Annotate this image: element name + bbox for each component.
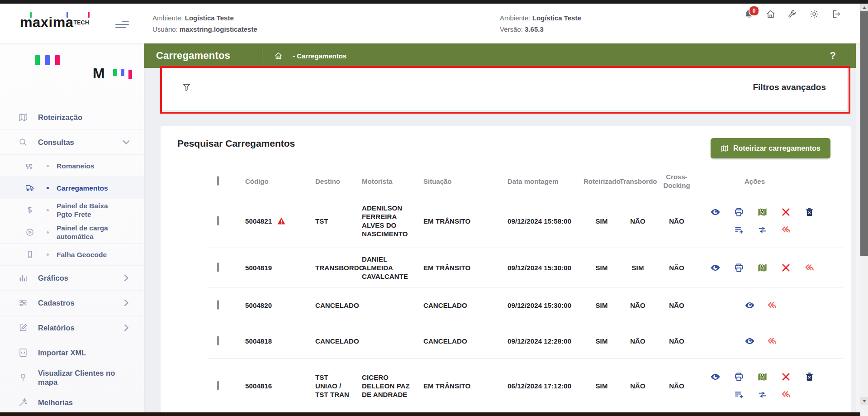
settings-gear-icon[interactable] bbox=[809, 9, 819, 19]
row-checkbox[interactable] bbox=[217, 300, 219, 310]
menu-toggle-icon[interactable] bbox=[115, 21, 129, 29]
help-button[interactable]: ? bbox=[830, 50, 836, 62]
logo-text: maxima bbox=[20, 14, 73, 30]
trash-icon[interactable] bbox=[804, 372, 815, 382]
sidebar-item-roteirizacao[interactable]: Roteirização bbox=[0, 105, 144, 130]
sidebar-item-graficos[interactable]: Gráficos bbox=[0, 266, 144, 291]
chevron-right-icon bbox=[121, 298, 131, 308]
sidebar-item-cadastros[interactable]: Cadastros bbox=[0, 291, 144, 316]
breadcrumb[interactable]: - Carregamentos bbox=[293, 52, 346, 60]
chevron-down-icon bbox=[121, 137, 131, 147]
undo-icon[interactable] bbox=[781, 389, 791, 400]
roteirizado-cell: SIM bbox=[583, 337, 620, 345]
route-loads-button[interactable]: Roteirizar carregamentos bbox=[711, 138, 830, 158]
sidebar-item-romaneios[interactable]: Romaneios bbox=[0, 155, 144, 177]
acoes-cell bbox=[697, 336, 844, 346]
print-icon[interactable] bbox=[734, 372, 744, 382]
cancel-icon[interactable] bbox=[781, 372, 791, 382]
column-header-transbordo[interactable]: Transbordo bbox=[620, 177, 656, 186]
scroll-up-button[interactable] bbox=[860, 4, 868, 11]
sidebar-item-melhorias[interactable]: Melhorias bbox=[0, 390, 144, 412]
route-map-icon[interactable] bbox=[757, 372, 768, 382]
route-loads-button-label: Roteirizar carregamentos bbox=[733, 144, 821, 153]
column-header-cross-docking[interactable]: Cross-Docking bbox=[656, 172, 697, 190]
column-header-acoes[interactable]: Ações bbox=[697, 177, 844, 186]
edit-icon bbox=[18, 323, 28, 333]
column-header-motorista[interactable]: Motorista bbox=[352, 177, 413, 186]
select-all-checkbox[interactable] bbox=[217, 176, 219, 186]
print-icon[interactable] bbox=[734, 263, 744, 273]
route-map-icon[interactable] bbox=[757, 263, 768, 273]
undo-icon[interactable] bbox=[767, 300, 777, 311]
destino-cell: CANCELADO bbox=[305, 337, 352, 345]
row-checkbox[interactable] bbox=[217, 381, 219, 390]
advanced-filters-link[interactable]: Filtros avançados bbox=[753, 82, 826, 92]
row-checkbox[interactable] bbox=[217, 336, 219, 345]
sidebar-item-importar-xml[interactable]: Importar XML bbox=[0, 340, 144, 365]
pin-icon bbox=[18, 373, 28, 383]
logo-sub-text: TECH bbox=[73, 19, 89, 26]
view-icon[interactable] bbox=[745, 300, 755, 311]
column-header-roteirizado[interactable]: Roteirizado bbox=[583, 177, 620, 186]
home-icon[interactable] bbox=[766, 9, 776, 19]
notifications-bell-icon[interactable]: 0 bbox=[744, 9, 754, 19]
acoes-cell bbox=[697, 263, 844, 273]
cancel-icon[interactable] bbox=[781, 263, 791, 273]
sidebar-item-label: Painel de Baixa Pgto Frete bbox=[57, 201, 124, 219]
trash-icon[interactable] bbox=[804, 207, 815, 217]
codigo-value: 5004821 bbox=[245, 217, 272, 225]
motorista-cell: DANIEL ALMEIDA CAVALCANTE bbox=[352, 255, 413, 281]
print-icon[interactable] bbox=[734, 207, 744, 217]
codigo-value: 5004816 bbox=[245, 382, 272, 390]
logout-icon[interactable] bbox=[831, 9, 841, 19]
page-title: Carregamentos bbox=[156, 50, 230, 62]
undo-icon[interactable] bbox=[804, 263, 815, 273]
row-checkbox[interactable] bbox=[217, 216, 219, 225]
route-map-icon[interactable] bbox=[757, 207, 768, 217]
data-montagem-cell: 09/12/2024 12:28:00 bbox=[498, 337, 583, 345]
tools-wrench-icon[interactable] bbox=[787, 9, 797, 19]
sidebar-item-consultas[interactable]: Consultas bbox=[0, 130, 144, 155]
vertical-scrollbar[interactable] bbox=[860, 4, 868, 412]
actions-line-1 bbox=[697, 207, 844, 217]
column-header-data-montagem[interactable]: Data montagem bbox=[498, 177, 583, 186]
view-icon[interactable] bbox=[710, 207, 721, 217]
transbordo-cell: NÃO bbox=[620, 217, 656, 225]
scroll-down-button[interactable] bbox=[860, 397, 868, 405]
row-checkbox[interactable] bbox=[217, 263, 219, 272]
destino-cell: TST UNIAO / TST TRAN bbox=[305, 373, 352, 399]
undo-icon[interactable] bbox=[781, 225, 791, 235]
sidebar-item-painel-de-baixa-pgto-frete[interactable]: Painel de Baixa Pgto Frete bbox=[0, 199, 144, 221]
sidebar-item-relatorios[interactable]: Relatórios bbox=[0, 316, 144, 340]
transbordo-cell: NÃO bbox=[620, 337, 656, 345]
sidebar-item-label: Falha Geocode bbox=[57, 250, 107, 259]
breadcrumb-home-icon[interactable] bbox=[274, 52, 283, 60]
table-row: 5004820CANCELADOCANCELADO09/12/2024 15:3… bbox=[208, 287, 844, 323]
sidebar-item-label: Roteirização bbox=[38, 113, 82, 122]
sidebar-item-painel-de-carga-automatica[interactable]: Painel de carga automática bbox=[0, 221, 144, 244]
filters-panel: Filtros avançados bbox=[161, 68, 847, 110]
sidebar-item-visualizar-clientes-no-mapa[interactable]: Visualizar Clientes no mapa bbox=[0, 365, 144, 390]
maxima-tech-logo[interactable]: maximaTECH bbox=[20, 14, 110, 34]
transfer-icon[interactable] bbox=[757, 389, 768, 400]
column-header-codigo[interactable]: Código bbox=[235, 177, 305, 186]
view-icon[interactable] bbox=[710, 263, 721, 273]
column-header-destino[interactable]: Destino bbox=[305, 177, 352, 186]
cross-docking-cell: NÃO bbox=[656, 382, 697, 390]
sidebar-item-label: Relatórios bbox=[38, 323, 75, 332]
sidebar-item-carregamentos[interactable]: Carregamentos bbox=[0, 177, 144, 199]
undo-icon[interactable] bbox=[767, 336, 777, 346]
filter-funnel-icon[interactable] bbox=[182, 82, 191, 92]
sidebar-item-falha-geocode[interactable]: Falha Geocode bbox=[0, 244, 144, 266]
warning-icon[interactable] bbox=[277, 216, 286, 225]
cancel-icon[interactable] bbox=[781, 207, 791, 217]
add-list-icon[interactable] bbox=[734, 225, 744, 235]
transfer-icon[interactable] bbox=[757, 225, 768, 235]
add-list-icon[interactable] bbox=[734, 389, 744, 400]
sidebar-item-label: Romaneios bbox=[57, 162, 95, 170]
scrollbar-thumb[interactable] bbox=[860, 11, 868, 256]
view-icon[interactable] bbox=[745, 336, 755, 346]
column-header-situacao[interactable]: Situação bbox=[413, 177, 498, 186]
view-icon[interactable] bbox=[710, 372, 721, 382]
home-white-icon bbox=[274, 52, 283, 60]
